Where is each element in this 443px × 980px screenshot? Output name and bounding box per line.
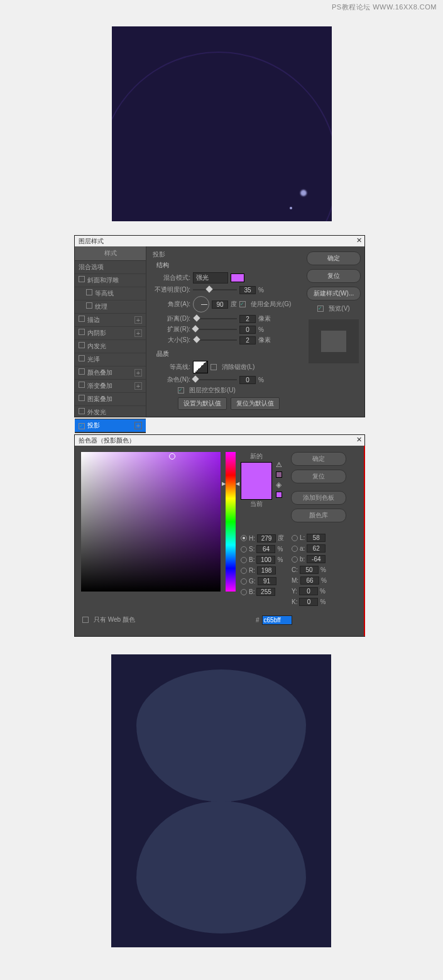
checkbox-icon[interactable] <box>79 368 85 375</box>
current-color-swatch <box>241 481 271 499</box>
checkbox-icon[interactable] <box>79 395 85 401</box>
checkbox-icon[interactable] <box>79 316 85 322</box>
new-style-button[interactable]: 新建样式(W)... <box>307 287 361 300</box>
g-input[interactable]: 91 <box>258 577 276 585</box>
noise-slider[interactable] <box>193 377 237 383</box>
plus-icon[interactable]: + <box>134 369 142 377</box>
checkbox-icon[interactable] <box>79 408 85 414</box>
blend-mode-select[interactable]: 强光 <box>193 272 228 284</box>
websafe-swatch[interactable] <box>276 492 282 498</box>
checkbox-icon[interactable] <box>79 276 85 282</box>
edge-indicator <box>364 446 365 636</box>
distance-slider[interactable] <box>193 316 237 322</box>
item-stroke[interactable]: 描边+ <box>75 314 146 327</box>
item-drop-shadow[interactable]: 投影+ <box>75 419 146 432</box>
size-slider[interactable] <box>193 337 237 343</box>
item-satin[interactable]: 光泽 <box>75 353 146 366</box>
color-swatch[interactable] <box>231 273 244 282</box>
checkbox-icon[interactable] <box>79 355 85 361</box>
h-input[interactable]: 279 <box>257 534 276 542</box>
radio-r[interactable] <box>241 568 247 574</box>
close-icon[interactable]: ✕ <box>356 236 362 245</box>
hex-input[interactable]: c65bff <box>262 615 292 625</box>
item-inner-glow[interactable]: 内发光 <box>75 340 146 353</box>
opacity-input[interactable]: 35 <box>239 286 256 294</box>
global-light-checkbox[interactable] <box>239 301 246 307</box>
b-input[interactable]: 255 <box>256 588 275 596</box>
radio-b[interactable] <box>241 557 247 563</box>
k-input[interactable]: 0 <box>299 598 318 606</box>
item-color-overlay[interactable]: 颜色叠加+ <box>75 366 146 380</box>
spread-slider[interactable] <box>193 326 237 333</box>
angle-dial[interactable] <box>193 296 209 312</box>
radio-bl[interactable] <box>241 589 247 595</box>
checkbox-icon[interactable] <box>79 342 85 348</box>
m-input[interactable]: 66 <box>300 576 319 585</box>
global-light-label: 使用全局光(G) <box>251 300 291 309</box>
dialog-titlebar[interactable]: 图层样式 ✕ <box>75 236 364 246</box>
s-label: S: <box>249 546 254 553</box>
new-label: 新的 <box>250 452 263 461</box>
plus-icon[interactable]: + <box>134 329 142 337</box>
radio-s[interactable] <box>241 546 247 553</box>
color-field[interactable] <box>81 452 221 592</box>
distance-input[interactable]: 2 <box>239 315 256 323</box>
cube-icon[interactable]: ◈ <box>276 480 282 489</box>
antialias-checkbox[interactable] <box>211 364 217 370</box>
plus-icon[interactable]: + <box>134 422 142 429</box>
ok-button[interactable]: 确定 <box>307 251 361 265</box>
add-swatch-button[interactable]: 添加到色板 <box>291 491 346 505</box>
angle-input[interactable]: 90 <box>212 300 228 309</box>
radio-g[interactable] <box>241 578 247 585</box>
r-input[interactable]: 198 <box>257 566 276 575</box>
checkbox-icon[interactable] <box>79 423 85 429</box>
l-input[interactable]: 58 <box>307 534 325 542</box>
item-inner-shadow[interactable]: 内阴影+ <box>75 327 146 340</box>
reset-button[interactable]: 复位 <box>291 470 346 483</box>
knockout-checkbox[interactable] <box>178 387 184 394</box>
shape-circle-outline <box>112 52 332 221</box>
web-only-checkbox[interactable] <box>82 617 89 623</box>
opacity-slider[interactable] <box>193 287 237 293</box>
s-input[interactable]: 64 <box>256 545 275 553</box>
plus-icon[interactable]: + <box>134 382 142 390</box>
color-lib-button[interactable]: 颜色库 <box>291 509 346 522</box>
warning-icon[interactable]: ⚠ <box>276 461 282 469</box>
item-pattern-overlay[interactable]: 图案叠加 <box>75 393 146 406</box>
radio-l[interactable] <box>292 535 298 541</box>
spread-input[interactable]: 0 <box>239 326 256 334</box>
make-default-button[interactable]: 设置为默认值 <box>178 397 227 410</box>
radio-a[interactable] <box>292 546 298 552</box>
item-outer-glow[interactable]: 外发光 <box>75 406 146 419</box>
checkbox-icon[interactable] <box>79 382 85 388</box>
noise-input[interactable]: 0 <box>239 376 256 384</box>
reset-button[interactable]: 复位 <box>307 269 361 283</box>
y-input[interactable]: 0 <box>299 587 318 595</box>
item-blend-options[interactable]: 混合选项 <box>75 261 146 274</box>
warning-swatch[interactable] <box>276 471 282 478</box>
dialog-titlebar[interactable]: 拾色器（投影颜色） ✕ <box>75 435 364 446</box>
item-gradient-overlay[interactable]: 渐变叠加+ <box>75 380 146 393</box>
close-icon[interactable]: ✕ <box>356 436 362 444</box>
label: 颜色叠加 <box>87 369 112 376</box>
plus-icon[interactable]: + <box>134 316 142 324</box>
hue-slider[interactable]: ▶◀ <box>226 452 236 592</box>
preview-checkbox[interactable] <box>317 306 324 312</box>
size-input[interactable]: 2 <box>239 336 256 344</box>
bv-input[interactable]: 100 <box>256 556 275 564</box>
item-contour[interactable]: 等高线 <box>75 287 146 300</box>
c-input[interactable]: 50 <box>300 566 319 574</box>
checkbox-icon[interactable] <box>79 329 85 335</box>
color-preview[interactable] <box>241 462 272 500</box>
item-texture[interactable]: 纹理 <box>75 300 146 314</box>
reset-default-button[interactable]: 复位为默认值 <box>231 397 280 410</box>
item-bevel[interactable]: 斜面和浮雕 <box>75 274 146 287</box>
checkbox-icon[interactable] <box>86 289 92 295</box>
checkbox-icon[interactable] <box>86 302 92 309</box>
radio-h[interactable] <box>241 535 247 541</box>
bb-input[interactable]: -64 <box>307 555 325 563</box>
ok-button[interactable]: 确定 <box>291 452 346 466</box>
radio-bb[interactable] <box>292 556 298 563</box>
a-input[interactable]: 62 <box>307 544 325 553</box>
contour-preset[interactable] <box>193 361 208 373</box>
